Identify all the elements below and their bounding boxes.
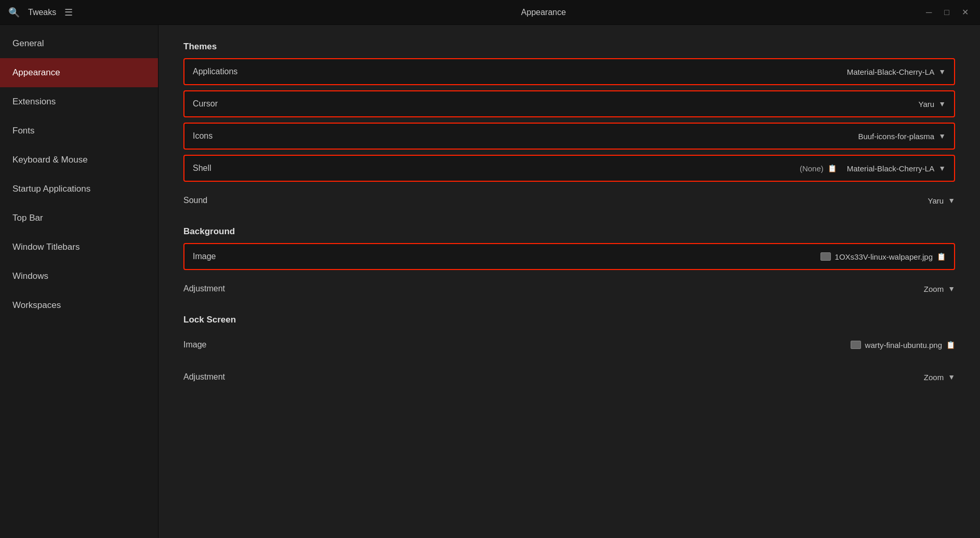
chevron-down-icon: ▼: [938, 164, 946, 172]
sidebar-item-windows[interactable]: Windows: [0, 262, 158, 291]
ls-image-thumbnail: [851, 341, 861, 349]
bg-image-value[interactable]: 1OXs33V-linux-walpaper.jpg 📋: [820, 252, 946, 261]
ls-adjustment-row: Adjustment Zoom ▼: [183, 364, 955, 391]
shell-none-text: (None): [800, 164, 824, 173]
sound-dropdown[interactable]: Yaru ▼: [928, 196, 955, 205]
background-section: Background Image 1OXs33V-linux-walpaper.…: [183, 226, 955, 302]
chevron-down-icon: ▼: [938, 100, 946, 108]
sound-row: Sound Yaru ▼: [183, 187, 955, 214]
shell-row: Shell (None) 📋 Material-Black-Cherry-LA …: [183, 155, 955, 182]
bg-image-thumbnail: [820, 252, 831, 261]
chevron-down-icon: ▼: [938, 68, 946, 76]
ls-image-row: Image warty-final-ubuntu.png 📋: [183, 331, 955, 358]
applications-label: Applications: [193, 67, 255, 76]
cursor-row: Cursor Yaru ▼: [183, 90, 955, 117]
bg-image-label: Image: [193, 252, 255, 261]
main-layout: General Appearance Extensions Fonts Keyb…: [0, 25, 980, 538]
cursor-dropdown[interactable]: Yaru ▼: [919, 100, 946, 109]
sound-label: Sound: [183, 196, 246, 205]
bg-adjustment-label: Adjustment: [183, 284, 246, 293]
sidebar-item-startup-applications[interactable]: Startup Applications: [0, 174, 158, 204]
chevron-down-icon: ▼: [948, 373, 955, 381]
chevron-down-icon: ▼: [948, 196, 955, 205]
titlebar: 🔍 Tweaks ☰ Appearance ─ □ ✕: [0, 0, 980, 25]
ls-image-label: Image: [183, 340, 246, 349]
shell-dropdown[interactable]: Material-Black-Cherry-LA ▼: [847, 164, 946, 173]
close-button[interactable]: ✕: [959, 5, 972, 19]
themes-section-title: Themes: [183, 42, 955, 52]
content-area: Themes Applications Material-Black-Cherr…: [158, 25, 980, 538]
chevron-down-icon: ▼: [948, 285, 955, 293]
ls-adjustment-label: Adjustment: [183, 372, 246, 382]
minimize-button[interactable]: ─: [923, 6, 935, 19]
shell-value-area: (None) 📋: [800, 164, 837, 173]
app-name-label: Tweaks: [28, 8, 56, 17]
menu-icon[interactable]: ☰: [64, 7, 73, 18]
lock-screen-section: Lock Screen Image warty-final-ubuntu.png…: [183, 315, 955, 391]
cursor-label: Cursor: [193, 99, 255, 109]
themes-section: Themes Applications Material-Black-Cherr…: [183, 42, 955, 214]
bg-image-row: Image 1OXs33V-linux-walpaper.jpg 📋: [183, 243, 955, 270]
applications-dropdown[interactable]: Material-Black-Cherry-LA ▼: [847, 68, 946, 76]
page-title: Appearance: [164, 8, 923, 17]
ls-image-value[interactable]: warty-final-ubuntu.png 📋: [851, 341, 955, 349]
sidebar-item-workspaces[interactable]: Workspaces: [0, 291, 158, 320]
maximize-button[interactable]: □: [941, 6, 952, 19]
sidebar: General Appearance Extensions Fonts Keyb…: [0, 25, 158, 538]
sidebar-item-general[interactable]: General: [0, 29, 158, 58]
applications-row: Applications Material-Black-Cherry-LA ▼: [183, 58, 955, 85]
search-icon[interactable]: 🔍: [8, 7, 20, 18]
ls-copy-icon[interactable]: 📋: [946, 341, 955, 349]
sidebar-item-keyboard-mouse[interactable]: Keyboard & Mouse: [0, 145, 158, 174]
sidebar-item-extensions[interactable]: Extensions: [0, 87, 158, 116]
sidebar-item-window-titlebars[interactable]: Window Titlebars: [0, 233, 158, 262]
sidebar-item-appearance[interactable]: Appearance: [0, 58, 158, 87]
lock-screen-section-title: Lock Screen: [183, 315, 955, 325]
shell-label: Shell: [193, 164, 255, 173]
icons-dropdown[interactable]: Buuf-icons-for-plasma ▼: [858, 132, 946, 141]
icons-row: Icons Buuf-icons-for-plasma ▼: [183, 123, 955, 150]
icons-label: Icons: [193, 131, 255, 141]
shell-copy-icon[interactable]: 📋: [828, 164, 837, 172]
bg-adjustment-row: Adjustment Zoom ▼: [183, 275, 955, 302]
bg-adjustment-dropdown[interactable]: Zoom ▼: [924, 285, 955, 293]
background-section-title: Background: [183, 226, 955, 237]
bg-copy-icon[interactable]: 📋: [937, 252, 946, 261]
chevron-down-icon: ▼: [938, 132, 946, 140]
sidebar-item-fonts[interactable]: Fonts: [0, 116, 158, 145]
ls-adjustment-dropdown[interactable]: Zoom ▼: [924, 373, 955, 382]
titlebar-left: 🔍 Tweaks ☰: [8, 7, 164, 18]
sidebar-item-top-bar[interactable]: Top Bar: [0, 204, 158, 233]
window-controls: ─ □ ✕: [923, 5, 972, 19]
app-window: 🔍 Tweaks ☰ Appearance ─ □ ✕ General Appe…: [0, 0, 980, 538]
